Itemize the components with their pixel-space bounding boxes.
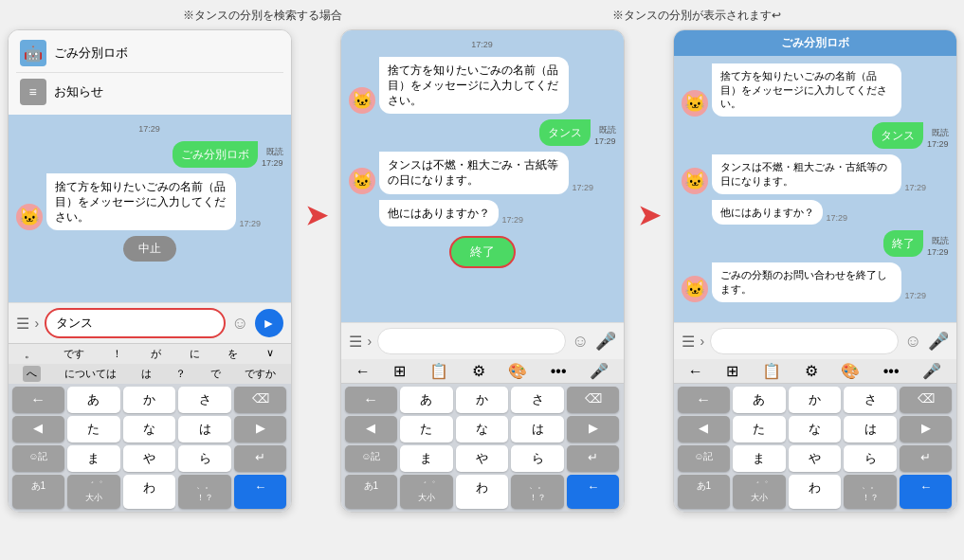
end-btn-2[interactable]: 終了 xyxy=(449,236,516,268)
kb-na-3[interactable]: な xyxy=(789,416,842,443)
qk-5[interactable]: に xyxy=(190,347,200,361)
kb-emoji-2[interactable]: ☺記 xyxy=(345,445,398,472)
menu-item-notice[interactable]: ≡ お知らせ xyxy=(16,73,283,111)
kb-ka[interactable]: か xyxy=(123,387,176,413)
chevron-icon-1[interactable]: › xyxy=(35,316,40,331)
kb-tool-copy-2[interactable]: ⊞ xyxy=(393,362,406,380)
kb-tool-settings-3[interactable]: ⚙ xyxy=(805,362,818,380)
kb-ma[interactable]: ま xyxy=(67,445,120,472)
kb-punct-3[interactable]: 、。！？ xyxy=(844,475,897,509)
kb-tool-back-3[interactable]: ← xyxy=(688,363,703,380)
kb-tool-paste-2[interactable]: 📋 xyxy=(429,362,448,380)
kb-a-2[interactable]: あ xyxy=(400,387,453,413)
kb-ra[interactable]: ら xyxy=(178,445,231,472)
kb-blue-enter-2[interactable]: ← xyxy=(567,475,620,509)
kb-blue-enter-1[interactable]: ← xyxy=(234,475,287,509)
kb-enter-2[interactable]: ↵ xyxy=(567,445,620,472)
kb-a[interactable]: あ xyxy=(67,387,120,413)
input-box-3[interactable] xyxy=(710,328,899,354)
kb-ka-3[interactable]: か xyxy=(789,387,842,413)
kb-del-2[interactable]: ⌫ xyxy=(567,387,620,413)
hamburger-icon-2[interactable]: ☰ xyxy=(349,333,362,351)
kb-tool-more-2[interactable]: ••• xyxy=(551,363,567,380)
kb-sa-3[interactable]: さ xyxy=(844,387,897,413)
kb-ta[interactable]: た xyxy=(67,416,120,443)
kb-sa-2[interactable]: さ xyxy=(511,387,564,413)
kb-emoji-3[interactable]: ☺記 xyxy=(678,445,731,472)
kb-dakuten-2[interactable]: ゛゜大小 xyxy=(400,475,453,509)
input-box-2[interactable] xyxy=(377,328,566,354)
kb-tool-copy-3[interactable]: ⊞ xyxy=(726,362,738,380)
kb-wa-3[interactable]: わ xyxy=(789,475,842,509)
kb-blue-enter-3[interactable]: ← xyxy=(900,475,953,509)
kb-a1-2[interactable]: あ1 xyxy=(345,475,398,509)
qk-1[interactable]: 。 xyxy=(25,347,35,361)
kb-back-3[interactable]: ← xyxy=(678,387,731,413)
qk-2[interactable]: です xyxy=(64,347,84,361)
stop-btn[interactable]: 中止 xyxy=(123,236,176,262)
kb-left-3[interactable]: ◀ xyxy=(678,416,731,443)
pr-3[interactable]: は xyxy=(141,367,152,381)
kb-a-3[interactable]: あ xyxy=(733,387,786,413)
kb-ma-2[interactable]: ま xyxy=(400,445,453,472)
hamburger-icon-1[interactable]: ☰ xyxy=(16,315,29,333)
kb-ha[interactable]: は xyxy=(178,416,231,443)
kb-dakuten-3[interactable]: ゛゜大小 xyxy=(733,475,786,509)
kb-right-3[interactable]: ▶ xyxy=(900,416,953,443)
kb-back-1[interactable]: ← xyxy=(12,387,65,413)
menu-item-robot[interactable]: 🤖 ごみ分別ロボ xyxy=(16,34,283,73)
qk-3[interactable]: ！ xyxy=(112,347,122,361)
emoji-icon-3[interactable]: ☺ xyxy=(904,332,921,352)
mic-icon-3[interactable]: 🎤 xyxy=(928,331,949,352)
kb-tool-back-2[interactable]: ← xyxy=(355,363,371,380)
kb-tool-palette-2[interactable]: 🎨 xyxy=(508,362,527,380)
kb-del-1[interactable]: ⌫ xyxy=(234,387,287,413)
kb-tool-more-3[interactable]: ••• xyxy=(883,363,900,380)
pr-2[interactable]: については xyxy=(64,367,117,381)
chevron-icon-2[interactable]: › xyxy=(368,334,373,349)
kb-emoji-1[interactable]: ☺記 xyxy=(12,445,65,472)
qk-4[interactable]: が xyxy=(151,347,161,361)
kb-wa-2[interactable]: わ xyxy=(456,475,509,509)
kb-tool-palette-3[interactable]: 🎨 xyxy=(841,362,860,380)
kb-ta-3[interactable]: た xyxy=(733,416,786,443)
kb-a1[interactable]: あ1 xyxy=(12,475,65,509)
kb-left-2[interactable]: ◀ xyxy=(345,416,398,443)
emoji-icon-1[interactable]: ☺ xyxy=(231,314,248,334)
kb-ha-2[interactable]: は xyxy=(511,416,564,443)
kb-back-2[interactable]: ← xyxy=(345,387,398,413)
kb-na-2[interactable]: な xyxy=(456,416,509,443)
emoji-icon-2[interactable]: ☺ xyxy=(572,332,589,352)
kb-na[interactable]: な xyxy=(123,416,176,443)
hamburger-icon-3[interactable]: ☰ xyxy=(682,333,695,351)
kb-a1-3[interactable]: あ1 xyxy=(678,475,731,509)
kb-dakuten[interactable]: ゛゜大小 xyxy=(67,475,120,509)
mic-icon-2[interactable]: 🎤 xyxy=(595,331,616,352)
kb-ya[interactable]: や xyxy=(123,445,176,472)
kb-right-2[interactable]: ▶ xyxy=(567,416,620,443)
pr-6[interactable]: ですか xyxy=(245,367,276,381)
kb-tool-settings-2[interactable]: ⚙ xyxy=(472,362,485,380)
kb-ra-3[interactable]: ら xyxy=(844,445,897,472)
kb-tool-paste-3[interactable]: 📋 xyxy=(762,362,781,380)
qk-6[interactable]: を xyxy=(227,347,238,361)
kb-enter-3[interactable]: ↵ xyxy=(900,445,953,472)
kb-ra-2[interactable]: ら xyxy=(511,445,564,472)
kb-sa[interactable]: さ xyxy=(178,387,231,413)
kb-left-1[interactable]: ◀ xyxy=(12,416,65,443)
kb-ka-2[interactable]: か xyxy=(456,387,509,413)
kb-ya-3[interactable]: や xyxy=(789,445,842,472)
kb-ya-2[interactable]: や xyxy=(456,445,509,472)
kb-punct-2[interactable]: 、。！？ xyxy=(511,475,564,509)
kb-ta-2[interactable]: た xyxy=(400,416,453,443)
kb-tool-mic-2[interactable]: 🎤 xyxy=(590,362,609,380)
send-btn-1[interactable]: ► xyxy=(255,309,283,337)
kb-enter-1[interactable]: ↵ xyxy=(234,445,287,472)
input-box-1[interactable]: タンス xyxy=(45,308,226,338)
kb-tool-mic-3[interactable]: 🎤 xyxy=(922,362,941,380)
kb-punct-1[interactable]: 、。！？ xyxy=(178,475,231,509)
kb-wa[interactable]: わ xyxy=(123,475,176,509)
kb-ha-3[interactable]: は xyxy=(844,416,897,443)
chevron-icon-3[interactable]: › xyxy=(700,334,705,349)
pr-4[interactable]: ？ xyxy=(175,367,186,381)
